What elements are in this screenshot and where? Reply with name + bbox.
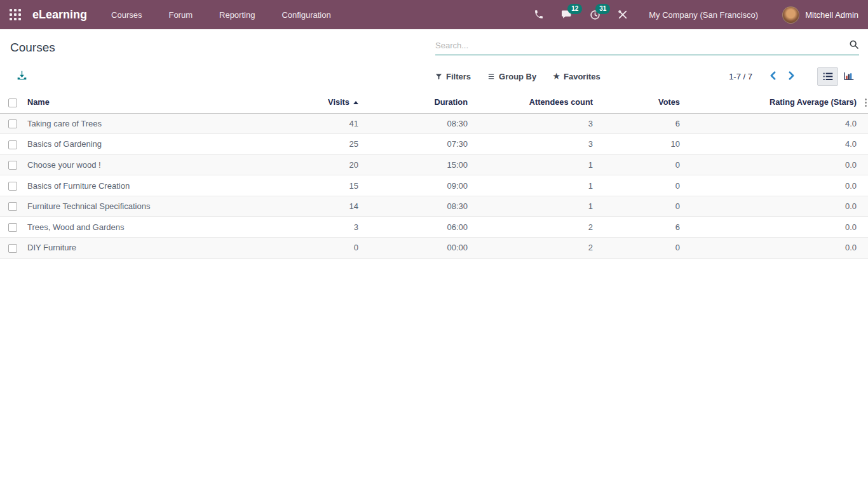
cell-votes[interactable]: 6 bbox=[594, 217, 681, 238]
cell-votes[interactable]: 0 bbox=[594, 196, 681, 217]
pager: 1-7 / 7 bbox=[729, 71, 801, 82]
cell-rating[interactable]: 0.0 bbox=[681, 238, 858, 259]
column-header-attendees[interactable]: Attendees count bbox=[469, 92, 594, 113]
search-box bbox=[435, 39, 859, 55]
column-header-votes[interactable]: Votes bbox=[594, 92, 681, 113]
menu-forum[interactable]: Forum bbox=[168, 10, 193, 20]
cell-rating[interactable]: 0.0 bbox=[681, 154, 858, 175]
cell-votes[interactable]: 0 bbox=[594, 238, 681, 259]
menu-reporting[interactable]: Reporting bbox=[219, 10, 255, 20]
cell-visits[interactable]: 20 bbox=[271, 154, 360, 175]
cell-attendees[interactable]: 3 bbox=[469, 134, 594, 155]
table-header-row: Name Visits Duration Attendees count Vot… bbox=[0, 92, 868, 113]
cell-name[interactable]: Trees, Wood and Gardens bbox=[25, 217, 271, 238]
cell-name[interactable]: Furniture Technical Specifications bbox=[25, 196, 271, 217]
table-row[interactable]: Basics of Furniture Creation 15 09:00 1 … bbox=[0, 175, 868, 196]
user-name: Mitchell Admin bbox=[805, 10, 858, 20]
tools-icon[interactable] bbox=[613, 5, 632, 24]
app-name[interactable]: eLearning bbox=[32, 8, 87, 22]
cell-attendees[interactable]: 1 bbox=[469, 154, 594, 175]
cell-visits[interactable]: 25 bbox=[271, 134, 360, 155]
cell-duration[interactable]: 15:00 bbox=[360, 154, 469, 175]
cell-rating[interactable]: 0.0 bbox=[681, 175, 858, 196]
column-header-duration[interactable]: Duration bbox=[360, 92, 469, 113]
cell-visits[interactable]: 41 bbox=[271, 113, 360, 134]
row-checkbox[interactable] bbox=[8, 244, 17, 253]
cell-visits[interactable]: 15 bbox=[271, 175, 360, 196]
list-view-icon bbox=[823, 72, 833, 81]
cell-attendees[interactable]: 2 bbox=[469, 217, 594, 238]
search-icon[interactable] bbox=[849, 39, 859, 52]
phone-icon-glyph bbox=[534, 10, 544, 20]
download-icon bbox=[17, 71, 27, 80]
list-view-button[interactable] bbox=[817, 67, 838, 86]
favorites-button[interactable]: ★ Favorites bbox=[553, 72, 600, 81]
cell-duration[interactable]: 08:30 bbox=[360, 196, 469, 217]
cell-name[interactable]: DIY Furniture bbox=[25, 238, 271, 259]
cell-visits[interactable]: 14 bbox=[271, 196, 360, 217]
cell-attendees[interactable]: 1 bbox=[469, 175, 594, 196]
column-header-rating[interactable]: Rating Average (Stars) bbox=[681, 92, 858, 113]
cell-attendees[interactable]: 3 bbox=[469, 113, 594, 134]
sort-ascending-icon bbox=[353, 101, 358, 104]
menu-courses[interactable]: Courses bbox=[111, 10, 142, 20]
group-by-button[interactable]: Group By bbox=[487, 72, 536, 81]
avatar bbox=[782, 6, 799, 24]
pager-range[interactable]: 1-7 / 7 bbox=[729, 72, 752, 81]
phone-icon[interactable] bbox=[529, 5, 548, 24]
cell-duration[interactable]: 00:00 bbox=[360, 238, 469, 259]
row-checkbox[interactable] bbox=[8, 119, 17, 128]
filters-button[interactable]: Filters bbox=[435, 72, 471, 81]
cell-rating[interactable]: 4.0 bbox=[681, 113, 858, 134]
cell-duration[interactable]: 06:00 bbox=[360, 217, 469, 238]
cell-visits[interactable]: 0 bbox=[271, 238, 360, 259]
apps-menu-icon[interactable] bbox=[10, 9, 21, 20]
table-row[interactable]: Taking care of Trees 41 08:30 3 6 4.0 bbox=[0, 113, 868, 134]
cell-duration[interactable]: 09:00 bbox=[360, 175, 469, 196]
cell-name[interactable]: Choose your wood ! bbox=[25, 154, 271, 175]
messages-badge: 12 bbox=[567, 4, 582, 14]
column-header-name[interactable]: Name bbox=[25, 92, 271, 113]
cell-name[interactable]: Taking care of Trees bbox=[25, 113, 271, 134]
graph-view-button[interactable] bbox=[838, 67, 859, 86]
row-checkbox[interactable] bbox=[8, 140, 17, 149]
select-all-checkbox[interactable] bbox=[8, 98, 17, 107]
cell-name[interactable]: Basics of Furniture Creation bbox=[25, 175, 271, 196]
user-menu[interactable]: Mitchell Admin bbox=[782, 6, 858, 24]
optional-columns-toggle[interactable] bbox=[858, 92, 868, 113]
cell-votes[interactable]: 6 bbox=[594, 113, 681, 134]
cell-rating[interactable]: 0.0 bbox=[681, 196, 858, 217]
company-switcher[interactable]: My Company (San Francisco) bbox=[649, 10, 758, 20]
cell-votes[interactable]: 0 bbox=[594, 175, 681, 196]
cell-name[interactable]: Basics of Gardening bbox=[25, 134, 271, 155]
group-by-label: Group By bbox=[499, 72, 536, 81]
cell-duration[interactable]: 08:30 bbox=[360, 113, 469, 134]
messages-icon[interactable]: 12 bbox=[557, 5, 576, 24]
cell-votes[interactable]: 10 bbox=[594, 134, 681, 155]
table-row[interactable]: Basics of Gardening 25 07:30 3 10 4.0 bbox=[0, 134, 868, 155]
row-checkbox[interactable] bbox=[8, 223, 17, 232]
table-row[interactable]: Furniture Technical Specifications 14 08… bbox=[0, 196, 868, 217]
bar-chart-icon bbox=[844, 72, 854, 81]
group-by-icon bbox=[487, 73, 495, 80]
cell-visits[interactable]: 3 bbox=[271, 217, 360, 238]
cell-attendees[interactable]: 2 bbox=[469, 238, 594, 259]
table-row[interactable]: DIY Furniture 0 00:00 2 0 0.0 bbox=[0, 238, 868, 259]
cell-attendees[interactable]: 1 bbox=[469, 196, 594, 217]
table-row[interactable]: Trees, Wood and Gardens 3 06:00 2 6 0.0 bbox=[0, 217, 868, 238]
export-button[interactable] bbox=[17, 71, 27, 82]
pager-previous-button[interactable] bbox=[764, 71, 782, 82]
row-checkbox[interactable] bbox=[8, 161, 17, 170]
activities-icon[interactable]: 31 bbox=[585, 5, 604, 24]
cell-rating[interactable]: 0.0 bbox=[681, 217, 858, 238]
search-input[interactable] bbox=[435, 41, 841, 50]
row-checkbox[interactable] bbox=[8, 202, 17, 211]
row-checkbox[interactable] bbox=[8, 182, 17, 191]
cell-duration[interactable]: 07:30 bbox=[360, 134, 469, 155]
pager-next-button[interactable] bbox=[782, 71, 801, 82]
column-header-visits[interactable]: Visits bbox=[271, 92, 360, 113]
menu-configuration[interactable]: Configuration bbox=[281, 10, 330, 20]
table-row[interactable]: Choose your wood ! 20 15:00 1 0 0.0 bbox=[0, 154, 868, 175]
cell-rating[interactable]: 4.0 bbox=[681, 134, 858, 155]
cell-votes[interactable]: 0 bbox=[594, 154, 681, 175]
